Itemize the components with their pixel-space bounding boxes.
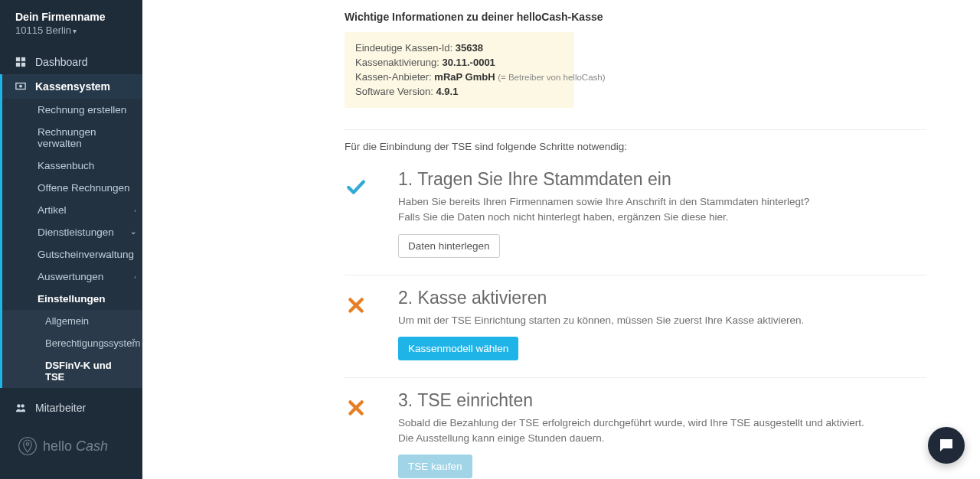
step-2: 2. Kasse aktivieren Um mit der TSE Einri…: [345, 288, 926, 361]
caret-down-icon: ▾: [73, 27, 77, 35]
svg-rect-1: [21, 57, 25, 61]
kasse-info-box: Eindeutige Kassen-Id: 35638 Kassenaktivi…: [345, 32, 574, 108]
nav-allgemein[interactable]: Allgemein: [2, 310, 142, 332]
svg-rect-3: [21, 63, 25, 67]
nav-kassensystem[interactable]: Kassensystem ⌄ Rechnung erstellen Rechnu…: [0, 74, 142, 388]
svg-point-6: [17, 404, 20, 407]
grid-icon: [15, 57, 29, 67]
divider: [345, 275, 926, 275]
brand-logo: hello Cash: [0, 420, 142, 474]
nav-mitarbeiter[interactable]: Mitarbeiter: [0, 396, 142, 420]
step-1-desc: Haben Sie bereits Ihren Firmennamen sowi…: [398, 194, 926, 224]
company-city: 10115 Berlin▾: [15, 24, 127, 36]
kassenmodell-waehlen-button[interactable]: Kassenmodell wählen: [398, 337, 518, 360]
main-content: Wichtige Informationen zu deiner helloCa…: [142, 0, 980, 479]
main-nav: Dashboard Kassensystem ⌄ Rechnung erstel…: [0, 50, 142, 420]
cash-icon: [15, 81, 29, 92]
step-3-title: 3. TSE einrichten: [398, 390, 926, 411]
kasse-id: 35638: [456, 42, 483, 54]
svg-rect-2: [16, 63, 20, 67]
step-3: 3. TSE einrichten Sobald die Bezahlung d…: [345, 390, 926, 478]
nav-dashboard[interactable]: Dashboard: [0, 50, 142, 74]
info-section-title: Wichtige Informationen zu deiner helloCa…: [345, 11, 926, 23]
divider: [345, 377, 926, 378]
software-version: 4.9.1: [436, 86, 459, 97]
einstellungen-subnav: Allgemein Berechtigungssystem DSFinV-K u…: [2, 310, 142, 388]
sidebar: Dein Firmenname 10115 Berlin▾ Dashboard …: [0, 0, 142, 479]
nav-gutscheinverwaltung[interactable]: Gutscheinverwaltung: [2, 243, 142, 266]
svg-rect-0: [16, 57, 20, 61]
svg-point-7: [21, 404, 24, 407]
step-2-title: 2. Kasse aktivieren: [398, 288, 926, 308]
nav-einstellungen[interactable]: Einstellungen⌄ Allgemein Berechtigungssy…: [2, 288, 142, 388]
nav-rechnungen-verwalten[interactable]: Rechnungen verwalten: [2, 121, 142, 155]
tse-kaufen-button[interactable]: TSE kaufen: [398, 455, 472, 478]
kasse-vendor: mRaP GmbH: [434, 71, 495, 83]
kasse-activation: 30.11.-0001: [442, 57, 495, 68]
divider: [345, 129, 926, 130]
tse-intro-text: Für die Einbindung der TSE sind folgende…: [345, 141, 926, 152]
pin-icon: [17, 435, 38, 457]
nav-dienstleistungen[interactable]: Dienstleistungen: [2, 221, 142, 243]
x-icon: [345, 390, 368, 418]
nav-berechtigungssystem[interactable]: Berechtigungssystem: [2, 332, 142, 354]
x-icon: [345, 288, 368, 315]
nav-auswertungen[interactable]: Auswertungen‹: [2, 266, 142, 288]
svg-point-5: [19, 85, 22, 88]
chat-launcher[interactable]: [928, 427, 965, 464]
company-block[interactable]: Dein Firmenname 10115 Berlin▾: [0, 0, 142, 47]
nav-offene-rechnungen[interactable]: Offene Rechnungen: [2, 177, 142, 199]
company-name: Dein Firmenname: [15, 11, 127, 23]
check-icon: [345, 169, 368, 197]
svg-point-9: [26, 443, 29, 446]
nav-artikel[interactable]: Artikel‹: [2, 199, 142, 221]
users-icon: [15, 402, 29, 413]
step-3-desc: Sobald die Bezahlung der TSE erfolgreich…: [398, 415, 926, 445]
step-1: 1. Tragen Sie Ihre Stammdaten ein Haben …: [345, 169, 926, 257]
nav-kassenbuch[interactable]: Kassenbuch: [2, 155, 142, 177]
chevron-left-icon: ‹: [134, 273, 136, 280]
daten-hinterlegen-button[interactable]: Daten hinterlegen: [398, 234, 500, 258]
step-2-desc: Um mit der TSE Einrichtung starten zu kö…: [398, 313, 926, 328]
step-1-title: 1. Tragen Sie Ihre Stammdaten ein: [398, 169, 926, 190]
chat-icon: [937, 436, 956, 455]
nav-dsfinv-tse[interactable]: DSFinV-K und TSE: [2, 354, 142, 388]
chevron-left-icon: ‹: [134, 207, 136, 213]
kassensystem-subnav: Rechnung erstellen Rechnungen verwalten …: [2, 99, 142, 388]
nav-rechnung-erstellen[interactable]: Rechnung erstellen: [2, 99, 142, 121]
